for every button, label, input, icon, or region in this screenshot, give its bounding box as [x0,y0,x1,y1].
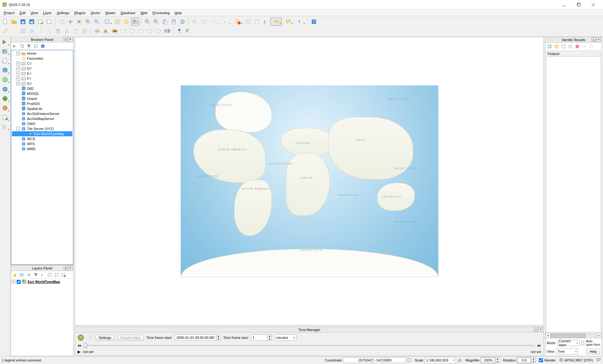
spin-down-icon[interactable]: ▼ [495,360,499,363]
browser-item[interactable]: Favourites [12,56,72,61]
browser-item[interactable]: +F:/ [12,76,72,81]
layers-collapse-icon[interactable] [54,272,59,278]
expand-icon[interactable]: + [16,72,20,75]
menu-web[interactable]: Web [138,10,150,15]
new-virtual-icon[interactable] [1,123,9,131]
expand-icon[interactable]: − [16,127,20,131]
identify-close-icon[interactable]: ✕ [596,37,601,42]
browser-item[interactable]: ArcGisFeatureServer [12,111,72,116]
label-tool-4-icon[interactable] [119,27,127,35]
spin-down-icon[interactable]: ▼ [267,338,271,340]
cut-icon[interactable] [63,27,71,35]
identify-icon[interactable]: i [191,18,199,26]
browser-item[interactable]: +E:/ [12,71,72,76]
browser-item[interactable]: +C:/ [12,61,72,66]
menu-view[interactable]: View [28,10,41,15]
add-wcs-icon[interactable] [1,95,9,103]
browser-item[interactable]: WCS [12,136,72,141]
label-tool-6-icon[interactable] [137,27,145,35]
browser-item[interactable]: OWS [12,121,72,126]
copy-icon[interactable] [72,27,80,35]
crs-icon[interactable] [559,358,563,363]
ident-tb2-icon[interactable] [554,44,559,49]
identify-mode-combo[interactable]: Current layer [557,340,579,346]
ident-tb4-icon[interactable] [567,44,573,49]
identify-results-table[interactable]: Feature [546,51,601,332]
menu-help[interactable]: Help [172,10,184,15]
csw-icon[interactable]: CSW [163,27,171,35]
add-wms-icon[interactable] [1,85,9,93]
grid-icon[interactable] [184,27,192,35]
tm-export-button[interactable]: Export Video [117,335,144,340]
browser-collapse-icon[interactable] [33,43,39,49]
identify-undock-icon[interactable]: ◱ [592,37,596,42]
menu-edit[interactable]: Edit [17,10,28,15]
menu-settings[interactable]: Settings [54,10,72,15]
ident-tb3-icon[interactable] [561,44,566,49]
spin-up-icon[interactable]: ▲ [531,357,535,360]
scroll-left-icon[interactable]: ◂ [545,333,551,338]
tm-power-icon[interactable] [78,334,84,341]
browser-item[interactable]: +Home [12,51,72,56]
map-canvas[interactable]: Arctic Ocean Arctic Ocean NORTH AMERICA … [75,37,544,325]
browser-refresh-icon[interactable] [19,43,25,49]
tm-frame-start-input[interactable] [175,335,216,340]
tm-prev-icon[interactable]: ⏮ [78,343,81,348]
browser-item[interactable]: +D:/ [12,66,72,71]
ident-tb7-icon[interactable] [588,44,594,49]
layers-expand-icon[interactable] [47,272,52,278]
browser-properties-icon[interactable]: i [40,43,46,49]
layer-item[interactable]: + Esri WorldTopoMap [12,279,73,284]
layers-add-group-icon[interactable] [19,272,25,278]
label-tool-8-icon[interactable] [154,27,162,35]
layers-style-icon[interactable] [12,272,18,278]
zoom-next-icon[interactable] [152,18,160,26]
tm-play-icon[interactable]: ▶ [78,350,80,354]
menu-raster[interactable]: Raster [103,10,118,15]
layers-visibility-icon[interactable] [26,272,32,278]
spin-up-icon[interactable]: ▲ [216,335,220,338]
spin-down-icon[interactable]: ▼ [531,360,535,363]
expand-icon[interactable]: + [16,52,20,55]
zoom-layer-icon[interactable] [131,18,139,26]
add-vector-icon[interactable] [1,38,9,46]
scale-combo[interactable]: 1:186,883,503 [425,357,456,363]
menu-database[interactable]: Database [118,10,138,15]
add-wfs-icon[interactable] [1,104,9,112]
render-checkbox[interactable] [539,357,543,363]
messages-icon[interactable] [596,357,601,363]
zoom-last-icon[interactable] [143,18,151,26]
open-project-icon[interactable] [10,18,18,26]
browser-item[interactable]: Oracle [12,96,72,101]
bookmarks-icon[interactable] [170,18,178,26]
save-as-icon[interactable] [28,18,36,26]
tm-undock-icon[interactable]: ◱ [534,327,538,332]
menu-layer[interactable]: Layer [41,10,54,15]
tm-next-icon[interactable]: ⏭ [537,343,541,348]
pan-icon[interactable] [66,18,74,26]
deselect-icon[interactable] [232,18,244,26]
new-project-icon[interactable] [1,18,9,26]
zoom-in-icon[interactable] [84,18,92,26]
extents-icon[interactable] [407,358,412,363]
browser-tree[interactable]: +HomeFavourites+C:/+D:/+E:/+F:/+G:/DB2MS… [12,51,72,151]
expand-icon[interactable]: + [16,67,20,70]
layers-filter-icon[interactable] [33,272,39,278]
statistics-icon[interactable]: Σ [262,18,270,26]
zoom-out-icon[interactable] [93,18,101,26]
spin-down-icon[interactable]: ▼ [216,338,220,340]
browser-add-icon[interactable] [12,43,18,49]
refresh-icon[interactable] [178,18,187,26]
maximize-button[interactable] [572,0,586,9]
new-composer-icon[interactable] [36,18,45,26]
help-icon[interactable]: ? [310,18,318,26]
annotation-icon[interactable]: T [294,18,306,26]
layers-tree[interactable]: + Esri WorldTopoMap [12,279,73,284]
move-feature-icon[interactable] [36,27,45,35]
label-tool-3-icon[interactable]: abc [110,27,118,35]
lock-icon[interactable] [457,358,462,363]
save-project-icon[interactable] [19,18,27,26]
pan-to-selection-icon[interactable] [75,18,83,26]
browser-item[interactable]: WFS [12,141,72,146]
minimize-button[interactable] [557,0,572,9]
